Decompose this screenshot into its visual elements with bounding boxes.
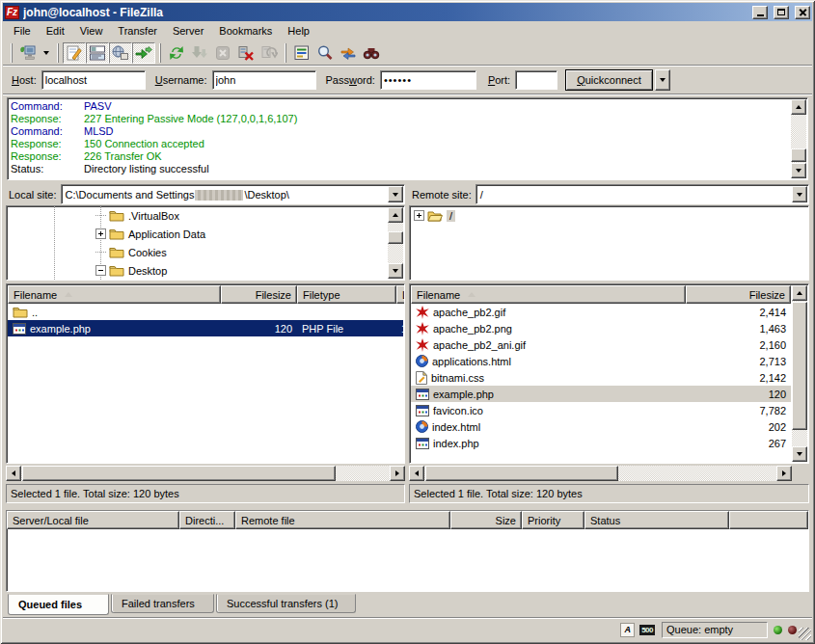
tab-failed-transfers[interactable]: Failed transfers	[111, 594, 214, 613]
site-manager-button[interactable]	[16, 42, 40, 64]
toggle-message-log-button[interactable]	[63, 42, 86, 64]
column-header-filesize[interactable]: Filesize	[686, 285, 791, 304]
directory-comparison-button[interactable]	[313, 42, 337, 64]
scroll-down-button[interactable]	[388, 263, 403, 279]
site-manager-dropdown-button[interactable]	[40, 42, 53, 64]
title-bar[interactable]: Fz john@localhost - FileZilla	[3, 3, 812, 21]
directory-filters-button[interactable]	[290, 42, 313, 64]
menu-file[interactable]: File	[6, 22, 39, 40]
collapse-icon[interactable]	[95, 265, 106, 276]
file-row-index-php[interactable]: index.php 267	[411, 435, 791, 451]
tab-queued-files[interactable]: Queued files	[8, 594, 109, 615]
tree-item-root[interactable]: /	[410, 206, 808, 225]
refresh-button[interactable]	[165, 42, 188, 64]
file-row-applications-html[interactable]: applications.html 2,713	[411, 353, 791, 369]
menu-bookmarks[interactable]: Bookmarks	[211, 22, 280, 40]
remote-site-combo-dropdown[interactable]	[792, 186, 807, 202]
maximize-button[interactable]	[774, 6, 789, 19]
toggle-transfer-queue-button[interactable]	[132, 42, 155, 64]
password-input[interactable]	[380, 70, 476, 90]
remote-file-list[interactable]: Filename Filesize apache_pb2.gif 2,414 a…	[409, 283, 809, 464]
tree-item-application-data[interactable]: Application Data	[7, 225, 404, 243]
remote-directory-tree[interactable]: /	[409, 205, 809, 281]
file-row-example-php[interactable]: example.php 120	[411, 386, 791, 402]
local-site-combo-dropdown[interactable]	[388, 186, 403, 202]
remote-list-scrollbar[interactable]	[792, 285, 807, 462]
file-row-apache-pb2-png[interactable]: apache_pb2.png 1,463	[411, 320, 791, 336]
column-header-size[interactable]: Size	[450, 511, 522, 529]
file-row-favicon-ico[interactable]: favicon.ico 7,782	[411, 402, 791, 418]
file-row-bitnami-css[interactable]: bitnami.css 2,142	[411, 369, 791, 386]
transfer-type-indicator-icon[interactable]: A	[620, 623, 635, 637]
column-header-filesize[interactable]: Filesize	[221, 285, 297, 304]
file-row-index-html[interactable]: index.html 202	[411, 418, 791, 435]
minimize-button[interactable]	[752, 6, 768, 19]
local-directory-tree[interactable]: .VirtualBox Application Data Cookies Des…	[6, 205, 405, 281]
scroll-up-button[interactable]	[388, 207, 403, 223]
tab-successful-transfers[interactable]: Successful transfers (1)	[216, 594, 356, 613]
column-header-filename[interactable]: Filename	[411, 285, 686, 304]
local-list-hscrollbar[interactable]	[6, 466, 405, 481]
queue-list-area[interactable]	[8, 530, 807, 590]
log-scrollbar[interactable]	[791, 99, 806, 178]
column-header-priority[interactable]: Priority	[522, 511, 584, 529]
scroll-right-button[interactable]	[390, 466, 405, 481]
menu-transfer[interactable]: Transfer	[110, 22, 165, 40]
file-row-example-php[interactable]: example.php 120 PHP File 1	[8, 320, 403, 336]
column-header-status[interactable]: Status	[584, 511, 729, 529]
local-file-list[interactable]: Filename Filesize Filetype L .. example.…	[6, 283, 405, 464]
column-header-server-local-file[interactable]: Server/Local file	[7, 511, 179, 529]
file-row-apache-pb2-ani-gif[interactable]: apache_pb2_ani.gif 2,160	[411, 336, 791, 353]
tree-item-cookies[interactable]: Cookies	[7, 243, 404, 261]
file-row-apache-pb2-gif[interactable]: apache_pb2.gif 2,414	[411, 304, 791, 320]
local-tree-scrollbar[interactable]	[388, 207, 403, 279]
column-header-direction[interactable]: Directi...	[179, 511, 235, 529]
speed-limit-indicator-icon[interactable]: 500	[639, 625, 655, 635]
scroll-right-button[interactable]	[776, 466, 792, 481]
menu-help[interactable]: Help	[280, 22, 317, 40]
scrollbar-thumb[interactable]	[425, 466, 618, 481]
expand-icon[interactable]	[95, 228, 106, 239]
column-header-remote-file[interactable]: Remote file	[235, 511, 450, 529]
local-site-combo[interactable]: C:\Documents and Settings\Desktop\	[61, 184, 405, 204]
port-input[interactable]	[515, 70, 557, 90]
synchronized-browsing-button[interactable]	[337, 42, 360, 64]
scroll-up-button[interactable]	[792, 285, 807, 301]
resize-grip[interactable]	[799, 628, 811, 640]
menu-server[interactable]: Server	[165, 22, 211, 40]
quickconnect-dropdown-button[interactable]	[655, 69, 670, 91]
menu-edit[interactable]: Edit	[39, 22, 72, 40]
username-input[interactable]	[212, 70, 316, 90]
find-files-button[interactable]	[360, 42, 383, 64]
scroll-down-button[interactable]	[792, 446, 807, 462]
scroll-left-button[interactable]	[409, 466, 424, 481]
remote-site-combo[interactable]: /	[475, 184, 809, 204]
toggle-local-tree-button[interactable]	[86, 42, 109, 64]
scroll-left-button[interactable]	[6, 466, 21, 481]
transfer-queue-panel[interactable]: Server/Local file Directi... Remote file…	[6, 510, 809, 592]
file-size: 2,142	[686, 372, 791, 384]
message-log[interactable]: Command:PASV Response:227 Entering Passi…	[7, 97, 808, 180]
scrollbar-thumb[interactable]	[22, 466, 336, 481]
host-input[interactable]	[41, 70, 146, 90]
disconnect-button[interactable]	[234, 42, 258, 64]
tree-item-desktop[interactable]: Desktop	[7, 261, 404, 280]
scroll-down-button[interactable]	[791, 163, 806, 178]
menu-view[interactable]: View	[72, 22, 111, 40]
scrollbar-thumb[interactable]	[388, 231, 403, 244]
quickconnect-button[interactable]: Quickconnect	[565, 69, 653, 91]
scroll-up-button[interactable]	[791, 99, 806, 115]
remote-tree-icon	[112, 44, 129, 62]
scrollbar-thumb[interactable]	[792, 302, 807, 430]
tree-item-virtualbox[interactable]: .VirtualBox	[7, 206, 404, 225]
column-header-last-modified[interactable]: L	[396, 285, 405, 304]
close-button[interactable]	[795, 6, 810, 19]
column-header-filename[interactable]: Filename	[8, 285, 221, 304]
toolbar-grip[interactable]	[11, 43, 13, 63]
expand-icon[interactable]	[414, 210, 424, 221]
remote-list-hscrollbar[interactable]	[409, 466, 792, 481]
scrollbar-thumb[interactable]	[791, 148, 806, 162]
file-row-parent-dir[interactable]: ..	[8, 304, 403, 320]
column-header-filetype[interactable]: Filetype	[297, 285, 396, 304]
toggle-remote-tree-button[interactable]	[109, 42, 132, 64]
